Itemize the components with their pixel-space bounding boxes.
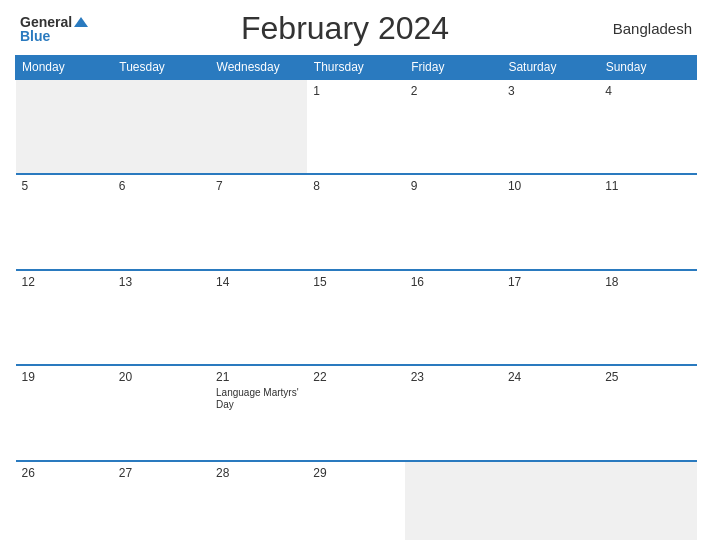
calendar-day-cell: 4 — [599, 79, 696, 174]
calendar-day-cell: 25 — [599, 365, 696, 460]
day-number: 15 — [313, 275, 398, 289]
day-number: 10 — [508, 179, 593, 193]
calendar-day-cell: 13 — [113, 270, 210, 365]
day-number: 25 — [605, 370, 690, 384]
day-number: 26 — [22, 466, 107, 480]
calendar-day-cell: 21Language Martyrs' Day — [210, 365, 307, 460]
country-label: Bangladesh — [602, 20, 692, 37]
calendar-day-cell: 3 — [502, 79, 599, 174]
calendar-day-cell: 15 — [307, 270, 404, 365]
calendar-day-cell: 8 — [307, 174, 404, 269]
calendar-week-row: 192021Language Martyrs' Day22232425 — [16, 365, 697, 460]
calendar-day-cell — [16, 79, 113, 174]
calendar-week-row: 12131415161718 — [16, 270, 697, 365]
calendar-day-cell — [502, 461, 599, 541]
calendar-day-cell: 6 — [113, 174, 210, 269]
calendar-day-cell: 16 — [405, 270, 502, 365]
calendar-day-cell — [113, 79, 210, 174]
day-number: 8 — [313, 179, 398, 193]
day-number: 4 — [605, 84, 690, 98]
col-tuesday: Tuesday — [113, 56, 210, 80]
day-number: 14 — [216, 275, 301, 289]
calendar-day-cell — [405, 461, 502, 541]
calendar-day-cell: 10 — [502, 174, 599, 269]
calendar-header: General Blue February 2024 Bangladesh — [15, 10, 697, 47]
day-number: 5 — [22, 179, 107, 193]
day-number: 24 — [508, 370, 593, 384]
calendar-table: Monday Tuesday Wednesday Thursday Friday… — [15, 55, 697, 540]
calendar-day-cell: 12 — [16, 270, 113, 365]
day-number: 12 — [22, 275, 107, 289]
day-number: 7 — [216, 179, 301, 193]
calendar-day-cell: 17 — [502, 270, 599, 365]
col-wednesday: Wednesday — [210, 56, 307, 80]
calendar-day-cell: 2 — [405, 79, 502, 174]
logo-blue-text: Blue — [20, 29, 50, 43]
calendar-container: General Blue February 2024 Bangladesh Mo… — [0, 0, 712, 550]
calendar-day-cell — [210, 79, 307, 174]
calendar-day-cell: 19 — [16, 365, 113, 460]
logo-triangle-icon — [74, 17, 88, 27]
day-number: 17 — [508, 275, 593, 289]
logo: General Blue — [20, 15, 88, 43]
calendar-day-cell: 5 — [16, 174, 113, 269]
calendar-week-row: 1234 — [16, 79, 697, 174]
event-label: Language Martyrs' Day — [216, 387, 301, 411]
col-thursday: Thursday — [307, 56, 404, 80]
day-number: 18 — [605, 275, 690, 289]
calendar-day-cell: 14 — [210, 270, 307, 365]
calendar-day-cell: 18 — [599, 270, 696, 365]
calendar-week-row: 567891011 — [16, 174, 697, 269]
day-number: 28 — [216, 466, 301, 480]
day-number: 29 — [313, 466, 398, 480]
calendar-day-cell: 20 — [113, 365, 210, 460]
calendar-day-cell: 1 — [307, 79, 404, 174]
calendar-day-cell: 23 — [405, 365, 502, 460]
day-number: 27 — [119, 466, 204, 480]
day-number: 20 — [119, 370, 204, 384]
day-number: 23 — [411, 370, 496, 384]
day-number: 9 — [411, 179, 496, 193]
calendar-day-cell — [599, 461, 696, 541]
calendar-day-cell: 7 — [210, 174, 307, 269]
calendar-day-cell: 28 — [210, 461, 307, 541]
calendar-day-cell: 9 — [405, 174, 502, 269]
day-number: 16 — [411, 275, 496, 289]
calendar-day-cell: 26 — [16, 461, 113, 541]
day-number: 22 — [313, 370, 398, 384]
day-number: 1 — [313, 84, 398, 98]
day-number: 6 — [119, 179, 204, 193]
day-number: 2 — [411, 84, 496, 98]
day-number: 13 — [119, 275, 204, 289]
col-sunday: Sunday — [599, 56, 696, 80]
col-friday: Friday — [405, 56, 502, 80]
calendar-day-cell: 22 — [307, 365, 404, 460]
calendar-day-cell: 11 — [599, 174, 696, 269]
day-number: 19 — [22, 370, 107, 384]
calendar-body: 123456789101112131415161718192021Languag… — [16, 79, 697, 540]
col-monday: Monday — [16, 56, 113, 80]
calendar-week-row: 26272829 — [16, 461, 697, 541]
calendar-day-cell: 27 — [113, 461, 210, 541]
day-number: 3 — [508, 84, 593, 98]
day-number: 11 — [605, 179, 690, 193]
day-number: 21 — [216, 370, 301, 384]
col-saturday: Saturday — [502, 56, 599, 80]
calendar-day-cell: 24 — [502, 365, 599, 460]
logo-general-text: General — [20, 15, 72, 29]
days-of-week-row: Monday Tuesday Wednesday Thursday Friday… — [16, 56, 697, 80]
calendar-title: February 2024 — [88, 10, 602, 47]
calendar-day-cell: 29 — [307, 461, 404, 541]
